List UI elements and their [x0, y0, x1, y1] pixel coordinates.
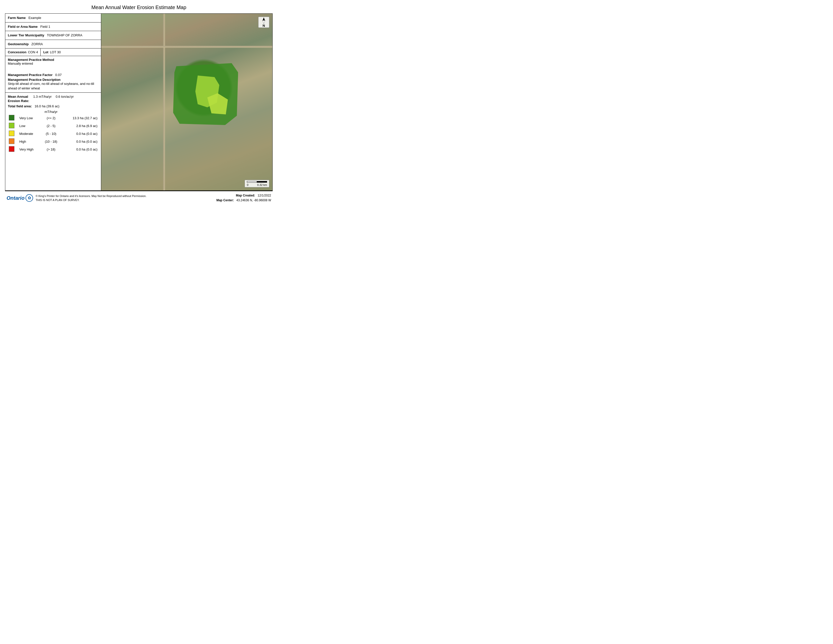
legend-range-cell: (2 - 5) — [41, 122, 61, 130]
footer-legal-line1: © King's Printer for Ontario and it's li… — [35, 194, 146, 198]
legend-label-cell: Very High — [18, 145, 41, 153]
erosion-rate-row: Mean AnnualErosion Rate: 1.3 mT/ha/yr 0.… — [8, 95, 98, 103]
map-panel: N 0 0.32 km — [101, 14, 272, 190]
lot-cell: Lot LOT 30 — [41, 48, 63, 56]
legend-color-box — [9, 115, 14, 121]
lot-value: LOT 30 — [50, 50, 61, 54]
mgmt-desc-value: Strip-till ahead of corn, no-till ahead … — [8, 82, 98, 91]
mgmt-factor-label: Management Practice Factor — [8, 73, 53, 77]
concession-value: CON 4 — [28, 50, 38, 54]
municipality-label: Lower Tier Municipality — [8, 33, 44, 37]
legend-unit-header: mT/ha/yr — [41, 109, 61, 114]
legend-area-cell: 0.0 ha (0.0 ac) — [61, 145, 98, 153]
legend-area-header — [61, 109, 98, 114]
ontario-logo-area: Ontario ✿ — [6, 194, 33, 202]
north-arrow-icon — [260, 17, 267, 24]
legend-range-cell: (10 - 18) — [41, 138, 61, 145]
footer-right: Map Created: 12/1/2022 Map Center: 43.24… — [216, 193, 271, 203]
scale-bar-graphic — [247, 181, 267, 183]
field-name-value: Field 1 — [40, 25, 50, 29]
total-field-row: Total field area: 16.0 ha (39.6 ac) — [8, 104, 98, 108]
concession-lot-row: Concession CON 4 Lot LOT 30 — [5, 48, 101, 56]
lot-label: Lot — [43, 50, 48, 54]
footer: Ontario ✿ © King's Printer for Ontario a… — [5, 191, 273, 204]
scale-bar: 0 0.32 km — [244, 180, 269, 187]
map-created-value: 12/1/2022 — [258, 194, 271, 197]
erosion-rate-label: Mean AnnualErosion Rate: — [8, 95, 29, 103]
scale-left-label: 0 — [247, 184, 248, 187]
erosion-rate-imperial: 0.6 ton/ac/yr — [56, 95, 74, 98]
scale-seg-white — [247, 181, 257, 183]
geotownship-row: Geotownship ZORRA — [5, 40, 101, 49]
total-field-label: Total field area: — [8, 104, 32, 108]
map-center-label: Map Center: — [216, 198, 234, 202]
legend-header-row: mT/ha/yr — [8, 109, 98, 114]
legend-area-cell: 13.3 ha (32.7 ac) — [61, 114, 98, 122]
legend-row: Very High (> 18) 0.0 ha (0.0 ac) — [8, 145, 98, 153]
map-created-label: Map Created: — [236, 194, 255, 197]
mgmt-method-value: Manually entered — [8, 62, 98, 65]
north-arrow: N — [258, 17, 269, 28]
concession-label: Concession — [8, 50, 26, 54]
legend-row: Very Low (<= 2) 13.3 ha (32.7 ac) — [8, 114, 98, 122]
concession-cell: Concession CON 4 — [5, 48, 41, 56]
legend-label-cell: Moderate — [18, 130, 41, 138]
legend-area-cell: 0.0 ha (0.0 ac) — [61, 130, 98, 138]
scale-right-label: 0.32 km — [257, 184, 267, 187]
farm-name-value: Example — [29, 16, 42, 20]
legend-row: Low (2 - 5) 2.8 ha (6.9 ac) — [8, 122, 98, 130]
geotownship-label: Geotownship — [8, 42, 29, 46]
legend-label-cell: High — [18, 138, 41, 145]
farm-name-row: Farm Name Example — [5, 14, 101, 23]
footer-left: Ontario ✿ © King's Printer for Ontario a… — [6, 194, 146, 202]
map-created-row: Map Created: 12/1/2022 — [216, 193, 271, 198]
legend-range-cell: (5 - 10) — [41, 130, 61, 138]
mgmt-factor-value: 0.07 — [55, 73, 61, 77]
legend-area-cell: 0.0 ha (0.0 ac) — [61, 138, 98, 145]
legend-range-cell: (<= 2) — [41, 114, 61, 122]
legend-color-box — [9, 146, 14, 152]
field-name-row: Field or Area Name Field 1 — [5, 23, 101, 31]
municipality-row: Lower Tier Municipality TOWNSHIP OF ZORR… — [5, 31, 101, 40]
legend-row: Moderate (5 - 10) 0.0 ha (0.0 ac) — [8, 130, 98, 138]
legend-color-box — [9, 123, 14, 128]
page: Mean Annual Water Erosion Estimate Map F… — [0, 0, 278, 206]
page-title: Mean Annual Water Erosion Estimate Map — [5, 5, 273, 10]
legend-color-box — [9, 130, 14, 136]
legend-area-cell: 2.8 ha (6.9 ac) — [61, 122, 98, 130]
scale-labels: 0 0.32 km — [247, 184, 267, 187]
svg-marker-1 — [262, 20, 265, 24]
map-center-row: Map Center: 43.24636 N, -80.96008 W — [216, 198, 271, 203]
legend-color-cell — [8, 114, 18, 122]
legend-color-cell — [8, 145, 18, 153]
legend-color-header — [8, 109, 41, 114]
legend-color-cell — [8, 122, 18, 130]
management-block: Management Practice Method Manually ente… — [5, 56, 101, 93]
mgmt-desc-label: Management Practice Description — [8, 78, 98, 82]
total-field-value: 16.0 ha (39.6 ac) — [35, 104, 60, 108]
north-label: N — [262, 24, 265, 27]
field-name-label: Field or Area Name — [8, 25, 38, 29]
mgmt-method-label: Management Practice Method — [8, 58, 98, 62]
legend-color-cell — [8, 130, 18, 138]
legend-range-cell: (> 18) — [41, 145, 61, 153]
farm-name-label: Farm Name — [8, 16, 26, 20]
mgmt-factor-row: Management Practice Factor 0.07 — [8, 73, 98, 77]
scale-seg-black — [257, 181, 267, 183]
stats-panel: Mean AnnualErosion Rate: 1.3 mT/ha/yr 0.… — [5, 93, 101, 155]
legend-row: High (10 - 18) 0.0 ha (0.0 ac) — [8, 138, 98, 145]
municipality-value: TOWNSHIP OF ZORRA — [47, 33, 82, 37]
geotownship-value: ZORRA — [31, 42, 43, 46]
map-center-value: 43.24636 N, -80.96008 W — [236, 198, 271, 202]
legend-table: mT/ha/yr Very Low (<= 2) 13.3 ha (32.7 a… — [8, 109, 98, 153]
ontario-wordmark: Ontario — [6, 195, 24, 201]
footer-legal-line2: THIS IS NOT A PLAN OF SURVEY. — [35, 198, 146, 202]
main-content: Farm Name Example Field or Area Name Fie… — [5, 13, 273, 191]
legend-label-cell: Very Low — [18, 114, 41, 122]
left-panel: Farm Name Example Field or Area Name Fie… — [5, 14, 101, 190]
erosion-rate-metric: 1.3 mT/ha/yr — [33, 95, 52, 98]
legend-label-cell: Low — [18, 122, 41, 130]
legend-color-cell — [8, 138, 18, 145]
footer-legal: © King's Printer for Ontario and it's li… — [35, 194, 146, 202]
svg-text:✿: ✿ — [28, 196, 31, 200]
